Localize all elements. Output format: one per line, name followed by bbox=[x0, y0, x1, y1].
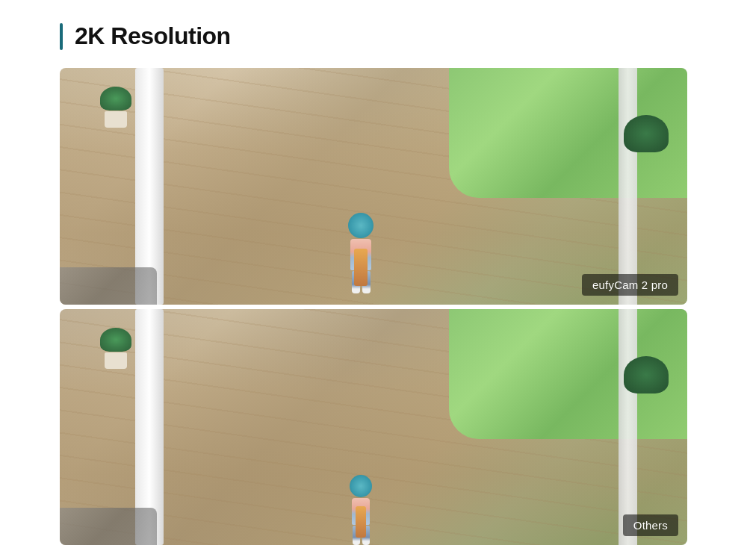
title-accent-bar bbox=[60, 23, 63, 50]
page-container: 2K Resolution eufyCam 2 pro bbox=[0, 0, 747, 560]
title-section: 2K Resolution bbox=[60, 22, 687, 50]
bottom-image-wrapper: Others bbox=[60, 309, 687, 546]
comparison-container: eufyCam 2 pro Others bbox=[60, 68, 687, 545]
shrub-right-bottom bbox=[624, 356, 669, 393]
shrub-right-top bbox=[624, 115, 669, 152]
rug-top bbox=[60, 267, 157, 305]
railing-right-top bbox=[619, 68, 637, 305]
railing-right-bottom bbox=[619, 309, 637, 546]
figure-head-bottom bbox=[350, 475, 372, 497]
figure-head-top bbox=[348, 213, 374, 238]
figure-bottom bbox=[350, 475, 372, 545]
bottom-image-label: Others bbox=[623, 514, 678, 536]
page-title: 2K Resolution bbox=[75, 22, 231, 50]
figure-top bbox=[348, 213, 374, 293]
rug-bottom bbox=[60, 508, 157, 545]
plant-left-top bbox=[97, 87, 134, 128]
top-image-wrapper: eufyCam 2 pro bbox=[60, 68, 687, 305]
top-image-label: eufyCam 2 pro bbox=[582, 274, 678, 296]
skateboard-top bbox=[354, 249, 368, 286]
plant-left-bottom bbox=[97, 328, 134, 369]
skateboard-bottom bbox=[356, 506, 366, 538]
